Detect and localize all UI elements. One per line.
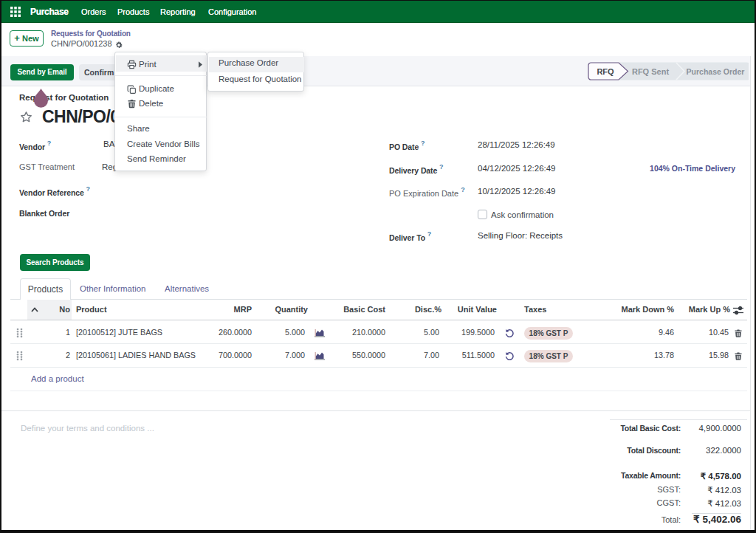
svg-text:RFQ Sent: RFQ Sent (632, 67, 669, 76)
svg-text:Purchase Order: Purchase Order (687, 67, 745, 76)
svg-text:RFQ: RFQ (597, 67, 614, 76)
